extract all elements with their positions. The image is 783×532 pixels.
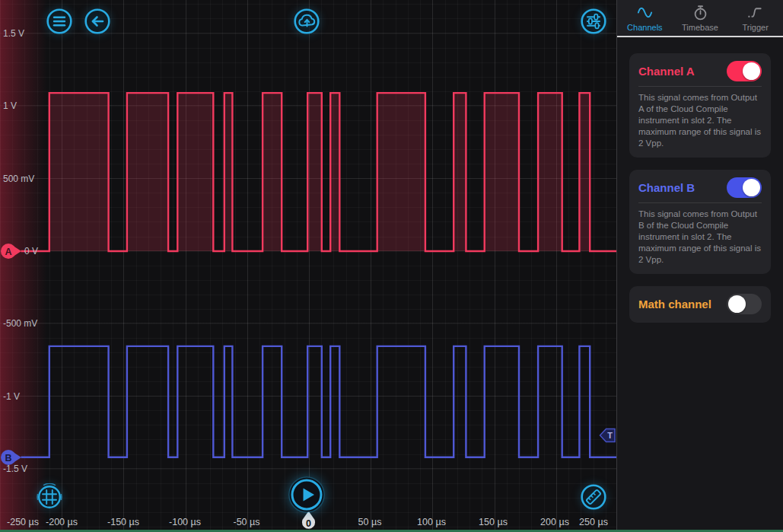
x-tick-label: -50 µs [234,517,260,527]
toggle-knob [743,179,760,196]
waveform-traces [0,0,616,532]
toggle-knob [743,62,760,80]
back-button[interactable] [84,8,111,35]
cloud-upload-button[interactable] [293,8,320,35]
tab-channels-label: Channels [627,23,662,32]
channel-b-card: Channel B This signal comes from Output … [629,170,771,274]
channel-a-card: Channel A This signal comes from Output … [629,53,771,158]
measure-button[interactable] [580,483,607,511]
channel-a-marker[interactable]: A [0,243,23,260]
svg-text:A: A [5,247,11,257]
sidebar-tabbar: Channels Timebase Trigger [617,0,783,37]
y-tick-label: 500 mV [3,174,34,184]
x-tick-label: -250 µs [7,517,39,527]
x-tick-label: 50 µs [358,517,382,527]
back-arrow-icon [84,8,111,35]
math-channel-title: Math channel [638,298,711,311]
display-settings-button[interactable] [580,8,607,35]
channel-a-description: This signal comes from Output A of the C… [638,92,762,149]
channel-cards: Channel A This signal comes from Output … [617,37,783,323]
play-icon [288,476,325,513]
divider [638,202,762,203]
channel-b-title: Channel B [638,181,695,194]
x-tick-label: 150 µs [479,517,508,527]
divider [638,86,762,87]
y-tick-label: 0 V [24,246,38,256]
y-tick-label: 1.5 V [3,28,24,39]
tab-channels[interactable]: Channels [617,0,673,36]
settings-sidebar: Channels Timebase Trigger [616,0,783,532]
x-tick-label: -100 µs [169,517,201,527]
graticule-grid-icon [36,483,63,511]
play-button[interactable] [288,476,325,513]
y-tick-label: -500 mV [3,318,37,329]
app-window: 1.5 V1 V500 mV0 V-500 mV-1 V-1.5 V -250 … [0,0,783,532]
sliders-icon [580,8,607,35]
svg-text:T: T [607,431,613,440]
svg-text:0: 0 [306,518,311,529]
menu-icon [46,8,73,35]
x-tick-label: 100 µs [417,517,446,527]
tab-timebase[interactable]: Timebase [673,0,728,36]
trigger-edge-icon [746,4,764,21]
y-tick-label: -1 V [3,391,20,402]
x-tick-label: 200 µs [540,517,569,527]
channel-b-description: This signal comes from Output B of the C… [638,209,762,266]
cloud-upload-icon [293,8,320,35]
trigger-level-marker[interactable]: T [599,427,616,444]
math-channel-toggle[interactable] [727,294,762,314]
math-channel-card: Math channel [629,286,771,323]
sine-wave-icon [636,4,654,21]
menu-button[interactable] [46,8,73,35]
time-zero-marker[interactable]: 0 [301,511,317,531]
tab-trigger-label: Trigger [742,23,768,32]
ruler-icon [580,483,607,511]
channel-a-title: Channel A [638,65,695,78]
svg-text:B: B [5,452,11,463]
tab-timebase-label: Timebase [682,23,718,32]
y-tick-label: 1 V [3,100,17,111]
x-tick-label: -150 µs [107,517,139,527]
tab-trigger[interactable]: Trigger [727,0,783,36]
channel-a-toggle[interactable] [727,61,762,81]
x-tick-label: 250 µs [579,517,608,527]
x-tick-label: -200 µs [46,517,78,527]
channel-b-toggle[interactable] [727,177,762,198]
channel-b-marker[interactable]: B [0,449,23,466]
graticule-button[interactable] [36,483,63,511]
scope-plot-area[interactable]: 1.5 V1 V500 mV0 V-500 mV-1 V-1.5 V -250 … [0,0,616,532]
toggle-knob [728,295,746,313]
stopwatch-icon [692,4,709,21]
